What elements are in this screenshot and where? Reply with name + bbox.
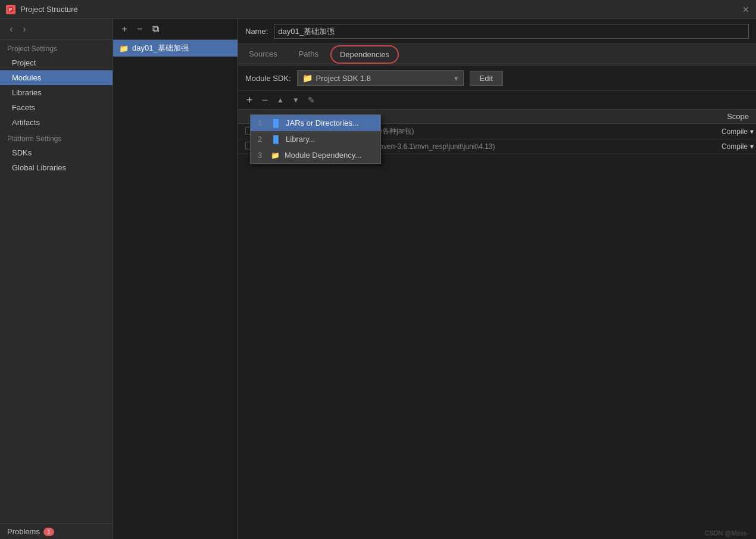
content-area: + − ⧉ 📁 day01_基础加强 Name: (113, 19, 756, 539)
item-num-3: 3 (258, 151, 266, 160)
tab-paths[interactable]: Paths (288, 45, 329, 64)
jar-dirs-icon: ▐▌ (271, 119, 281, 127)
sdk-label: Module SDK: (245, 74, 291, 83)
edit-dep-button[interactable]: ✎ (305, 94, 318, 107)
module-folder-icon: 📁 (119, 44, 129, 53)
sdk-folder-icon: 📁 (302, 73, 313, 83)
copy-module-button[interactable]: ⧉ (149, 23, 162, 36)
deps-table: Scope ▐ hamcrest-core-1.3.jar (E:\java相关… (238, 110, 756, 539)
tab-sources[interactable]: Sources (238, 45, 288, 64)
tabs-bar: Sources Paths Dependencies (238, 44, 756, 66)
remove-dep-button[interactable]: − (258, 94, 271, 107)
name-input[interactable] (274, 24, 749, 39)
junit-scope: Compile ▾ (685, 142, 756, 151)
hamcrest-scope-arrow-icon[interactable]: ▾ (750, 127, 754, 136)
move-down-button[interactable]: ▼ (289, 94, 302, 107)
module-toolbar: + − ⧉ (113, 19, 238, 40)
remove-module-button[interactable]: − (133, 23, 146, 36)
svg-text:P: P (9, 7, 13, 13)
tab-dependencies[interactable]: Dependencies (330, 45, 399, 64)
sidebar-item-libraries[interactable]: Libraries (0, 85, 113, 100)
module-dep-icon: 📁 (271, 151, 280, 160)
sidebar-footer: Problems 1 (0, 524, 113, 539)
edit-sdk-button[interactable]: Edit (470, 71, 503, 86)
title-bar-controls: ✕ (742, 5, 750, 14)
module-item[interactable]: 📁 day01_基础加强 (113, 40, 238, 57)
sidebar-item-global-libraries[interactable]: Global Libraries (0, 160, 113, 175)
title-bar: P Project Structure ✕ (0, 0, 756, 19)
dropdown-menu: 1 ▐▌ JARs or Directories... 2 ▐▌ Library… (250, 114, 381, 164)
dropdown-item-module-dep[interactable]: 3 📁 Module Dependency... (251, 147, 380, 163)
add-dep-button[interactable]: + (243, 94, 256, 107)
add-module-button[interactable]: + (118, 23, 131, 36)
sdk-dropdown-arrow-icon: ▾ (454, 74, 458, 83)
deps-toolbar: + − ▲ ▼ ✎ (238, 91, 756, 110)
name-label: Name: (245, 27, 268, 36)
sidebar-nav: ‹ › (0, 19, 113, 40)
problems-badge: 1 (43, 528, 54, 536)
sidebar-item-modules[interactable]: Modules (0, 70, 113, 85)
sidebar-item-sdks[interactable]: SDKs (0, 145, 113, 160)
sdk-row: Module SDK: 📁 Project SDK 1.8 ▾ Edit (238, 66, 756, 91)
sidebar: ‹ › Project Settings Project Modules Lib… (0, 19, 113, 539)
library-icon: ▐▌ (271, 135, 281, 144)
content-split: + − ⧉ 📁 day01_基础加强 Name: (113, 19, 756, 539)
dropdown-item-library[interactable]: 2 ▐▌ Library... (251, 131, 380, 147)
close-button[interactable]: ✕ (742, 5, 750, 14)
name-row: Name: (238, 19, 756, 44)
scope-col-header: Scope (685, 112, 756, 121)
sdk-select[interactable]: 📁 Project SDK 1.8 ▾ (297, 70, 464, 86)
right-panel: Name: Sources Paths Dependencies (238, 19, 756, 539)
junit-scope-arrow-icon[interactable]: ▾ (750, 142, 754, 151)
hamcrest-scope: Compile ▾ (685, 127, 756, 136)
module-list-panel: + − ⧉ 📁 day01_基础加强 (113, 19, 238, 539)
bottom-bar: CSDN @Msss- (697, 527, 756, 539)
project-settings-header: Project Settings (0, 40, 113, 55)
platform-settings-header: Platform Settings (0, 130, 113, 145)
app-icon: P (6, 5, 15, 14)
sidebar-item-artifacts[interactable]: Artifacts (0, 115, 113, 130)
sidebar-item-facets[interactable]: Facets (0, 100, 113, 115)
sidebar-item-project[interactable]: Project (0, 55, 113, 70)
forward-button[interactable]: › (18, 23, 31, 36)
back-button[interactable]: ‹ (5, 23, 18, 36)
title-bar-title: Project Structure (20, 5, 742, 14)
item-num-1: 1 (258, 119, 266, 127)
move-up-button[interactable]: ▲ (274, 94, 287, 107)
problems-item[interactable]: Problems 1 (0, 524, 113, 539)
dropdown-item-jars[interactable]: 1 ▐▌ JARs or Directories... (251, 115, 380, 131)
item-num-2: 2 (258, 135, 266, 144)
